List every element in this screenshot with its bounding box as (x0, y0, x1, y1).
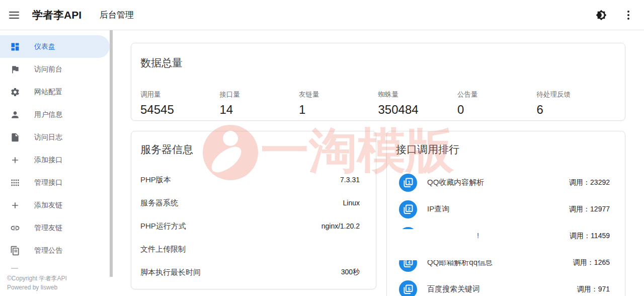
plus-icon (10, 155, 20, 165)
sidebar-item-visit-frontend[interactable]: 访问前台 (0, 58, 110, 81)
card-title: 接口调用排行 (396, 142, 610, 157)
card-api-ranking: 接口调用排行 1 QQ收藏内容解析 调用：23292 2 (386, 131, 625, 296)
sidebar-item-add-api[interactable]: 添加接口 (0, 149, 110, 171)
rank-1-icon: 1 (399, 174, 417, 192)
stat-value: 54545 (140, 103, 220, 117)
sidebar-item-label: 用户信息 (34, 110, 62, 119)
card-title: 服务器信息 (140, 142, 360, 157)
svg-text:1: 1 (408, 179, 411, 184)
flag-icon (10, 64, 20, 75)
sidebar-item-manage-friendlink[interactable]: 管理友链 (0, 216, 110, 239)
api-call-count: 调用：12977 (569, 205, 610, 214)
sidebar-item-dashboard[interactable]: 仪表盘 (0, 35, 110, 58)
plus-icon (10, 200, 20, 210)
link-icon (10, 223, 20, 233)
sidebar-item-manage-announcements[interactable]: 管理公告 (0, 239, 110, 262)
api-call-count: 调用：971 (577, 285, 610, 294)
sidebar-item-manage-api[interactable]: 管理接口 (0, 171, 110, 194)
white-overlay-patch: ! (387, 229, 545, 260)
server-row-upload-limit: 文件上传限制 (140, 238, 360, 261)
dashboard-icon (10, 42, 20, 52)
sidebar-item-add-friendlink[interactable]: 添加友链 (0, 194, 110, 216)
rank-5-icon: 5 (399, 280, 417, 296)
api-name: 百度搜索关键词 (427, 284, 480, 294)
stat-friendlinks: 友链量 1 (299, 90, 378, 117)
ranking-list-item: 2 IP查询 调用：12977 (396, 196, 610, 223)
stat-value: 6 (537, 103, 616, 117)
more-options-kebab-icon[interactable] (625, 9, 632, 21)
file-icon (10, 132, 20, 142)
card-data-totals: 数据总量 调用量 54545 接口量 14 友链量 1 蜘蛛量 350484 公… (131, 43, 625, 121)
sidebar-item-label: 管理友链 (34, 224, 62, 233)
stat-value: 14 (220, 103, 299, 117)
api-call-count: 调用：1265 (573, 258, 610, 267)
sidebar: 仪表盘 访问前台 网站配置 用户信息 访问日志 添加接口 (0, 30, 110, 296)
sidebar-item-label: 添加友链 (34, 201, 62, 210)
pages-icon (10, 246, 20, 256)
stat-value: 350484 (378, 103, 458, 117)
api-name: IP查询 (427, 204, 449, 214)
svg-text:5: 5 (408, 285, 411, 291)
powered-by-text: Powered by lisweb (7, 283, 110, 292)
card-server-info: 服务器信息 PHP版本 7.3.31 服务器系统 Linux PHP运行方式 n… (131, 131, 376, 289)
dark-mode-toggle-icon[interactable] (595, 9, 608, 22)
sidebar-item-label: 添加接口 (34, 156, 62, 165)
app-title: 学者李API (32, 8, 82, 22)
breadcrumb-admin[interactable]: 后台管理 (100, 9, 134, 21)
api-name: QQ收藏内容解析 (427, 178, 484, 187)
menu-hamburger-icon[interactable] (9, 12, 19, 19)
sidebar-item-user-info[interactable]: 用户信息 (0, 103, 110, 126)
sidebar-item-label: 网站配置 (34, 88, 62, 97)
rank-2-icon: 2 (399, 200, 417, 218)
sidebar-item-site-config[interactable]: 网站配置 (0, 81, 110, 103)
server-row-max-exec-time: 脚本执行最长时间 300秒 (140, 261, 360, 284)
ranking-list-item: 1 QQ收藏内容解析 调用：23292 (396, 169, 610, 196)
stat-value: 1 (299, 103, 378, 117)
sidebar-item-label: 仪表盘 (34, 42, 55, 51)
sidebar-item-label: 访问前台 (34, 65, 62, 74)
stat-announcements: 公告量 0 (457, 90, 537, 117)
grid-icon (10, 178, 20, 188)
ranking-list-item: 5 百度搜索关键词 调用：971 (396, 276, 610, 296)
sidebar-divider (11, 268, 18, 269)
stat-value: 0 (457, 103, 537, 117)
api-call-count: 调用：23292 (569, 178, 610, 187)
top-app-bar: 学者李API 后台管理 (0, 0, 644, 30)
stat-calls: 调用量 54545 (140, 90, 220, 117)
overlay-glyph: ! (477, 231, 479, 240)
server-row-php-sapi: PHP运行方式 nginx/1.20.2 (140, 214, 360, 238)
stat-spiders: 蜘蛛量 350484 (378, 90, 458, 117)
sidebar-scrollbar[interactable] (110, 30, 113, 277)
sidebar-item-label: 访问日志 (34, 133, 62, 142)
api-call-count: 调用：11459 (570, 232, 610, 241)
server-row-os: 服务器系统 Linux (140, 191, 360, 214)
sidebar-item-access-log[interactable]: 访问日志 (0, 126, 110, 149)
card-title: 数据总量 (140, 56, 616, 70)
sidebar-item-label: 管理接口 (34, 178, 62, 187)
person-icon (10, 110, 20, 120)
svg-text:2: 2 (408, 205, 411, 211)
gear-icon (10, 87, 20, 97)
stat-apis: 接口量 14 (220, 90, 299, 117)
stat-pending-feedback: 待处理反馈 6 (537, 90, 616, 117)
server-row-php-version: PHP版本 7.3.31 (140, 168, 360, 191)
copyright-text: ©Copyright 学者李API (7, 274, 110, 283)
sidebar-item-label: 管理公告 (34, 246, 62, 255)
